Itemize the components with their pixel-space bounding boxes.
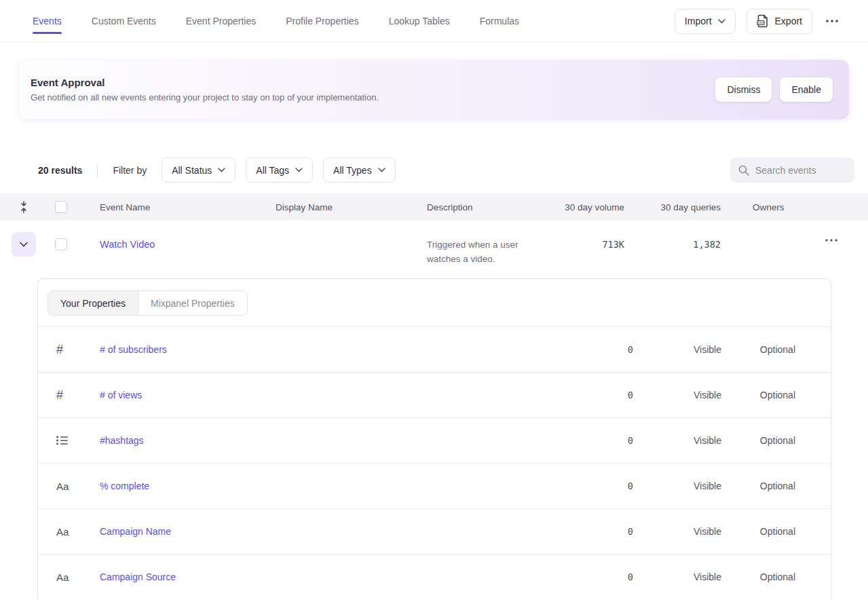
results-count: 20 results [38,165,82,176]
chevron-down-icon [295,168,303,172]
properties-panel: Your Properties Mixpanel Properties # # … [37,278,831,599]
csv-file-icon: csv [757,14,769,28]
property-value: 0 [531,526,633,537]
text-type-icon: Aa [56,571,69,583]
status-filter-label: All Status [172,165,212,176]
column-owners: Owners [753,202,785,212]
property-value: 0 [531,344,633,355]
property-name-link[interactable]: Campaign Source [100,571,176,582]
column-event-name: Event Name [100,202,150,212]
text-type-icon: Aa [56,481,69,492]
property-value: 0 [531,571,633,582]
export-button[interactable]: csv Export [747,9,812,34]
table-row: Watch Video Triggered when a user watche… [0,221,868,268]
tab-lookup-tables[interactable]: Lookup Tables [389,0,450,42]
import-button[interactable]: Import [675,9,736,34]
property-value: 0 [531,390,633,400]
property-requirement: Optional [694,481,795,491]
tab-formulas[interactable]: Formulas [480,0,519,42]
property-requirement: Optional [694,390,795,400]
nav-tabs: Events Custom Events Event Properties Pr… [33,0,519,42]
event-30-day-queries: 1,382 [619,239,721,250]
tab-event-properties[interactable]: Event Properties [186,0,257,42]
property-row: # # of subscribers 0 Visible Optional [38,326,831,372]
property-row: # # of views 0 Visible Optional [38,372,831,417]
property-value: 0 [531,435,633,446]
property-requirement: Optional [694,344,795,355]
import-button-label: Import [685,16,712,26]
column-30-day-queries: 30 day queries [619,202,721,212]
property-row: Aa Campaign Source 0 Visible Optional [38,554,831,599]
property-row: Aa % complete 0 Visible Optional [38,463,831,508]
chevron-down-icon [378,168,385,172]
row-checkbox[interactable] [55,238,67,250]
property-name-link[interactable]: % complete [100,481,149,491]
tab-events[interactable]: Events [33,0,62,42]
property-row: Aa Campaign Name 0 Visible Optional [38,508,831,554]
search-box [730,157,854,183]
nav-overflow-menu[interactable] [823,17,841,25]
collapse-row-button[interactable] [12,232,36,257]
select-all-checkbox[interactable] [55,201,67,213]
property-name-link[interactable]: #hashtags [100,435,144,446]
column-30-day-volume: 30 day volume [523,202,624,212]
event-30-day-volume: 713K [523,239,624,250]
tags-filter-dropdown[interactable]: All Tags [246,157,313,183]
hash-icon: # [56,388,63,402]
types-filter-dropdown[interactable]: All Types [323,157,396,183]
top-nav: Events Custom Events Event Properties Pr… [0,0,868,43]
list-icon [56,436,68,445]
tab-mixpanel-properties[interactable]: Mixpanel Properties [138,291,247,315]
properties-tab-switch: Your Properties Mixpanel Properties [48,290,248,316]
property-name-link[interactable]: # of views [100,390,142,400]
property-requirement: Optional [694,526,795,537]
tab-profile-properties[interactable]: Profile Properties [286,0,358,42]
banner-description: Get notified on all new events entering … [31,92,379,102]
tab-custom-events[interactable]: Custom Events [92,0,156,42]
tab-your-properties[interactable]: Your Properties [48,291,138,315]
divider [97,163,98,178]
types-filter-label: All Types [333,165,372,176]
tags-filter-label: All Tags [256,165,289,176]
search-input[interactable] [755,165,846,176]
property-requirement: Optional [694,571,795,582]
search-icon [738,165,749,176]
row-overflow-menu[interactable] [823,236,840,244]
property-name-link[interactable]: Campaign Name [100,526,171,537]
text-type-icon: Aa [56,526,69,538]
chevron-down-icon [20,242,28,247]
column-description: Description [427,202,473,212]
filter-bar: 20 results Filter by All Status All Tags… [38,157,854,183]
enable-button[interactable]: Enable [780,77,833,102]
events-table-header: Event Name Display Name Description 30 d… [0,193,868,221]
event-approval-banner: Event Approval Get notified on all new e… [19,60,849,119]
collapse-all-icon[interactable] [19,200,29,214]
chevron-down-icon [718,19,725,24]
property-row: #hashtags 0 Visible Optional [38,417,831,463]
column-display-name: Display Name [276,202,333,212]
property-requirement: Optional [694,435,795,446]
chevron-down-icon [218,168,225,172]
status-filter-dropdown[interactable]: All Status [162,157,235,183]
export-button-label: Export [775,16,802,26]
banner-title: Event Approval [31,77,379,88]
property-name-link[interactable]: # of subscribers [100,344,167,355]
event-name-link[interactable]: Watch Video [100,239,155,250]
property-value: 0 [531,481,633,491]
filter-by-label: Filter by [113,165,147,176]
svg-text:csv: csv [757,20,763,24]
hash-icon: # [56,343,63,357]
dismiss-button[interactable]: Dismiss [715,77,772,102]
